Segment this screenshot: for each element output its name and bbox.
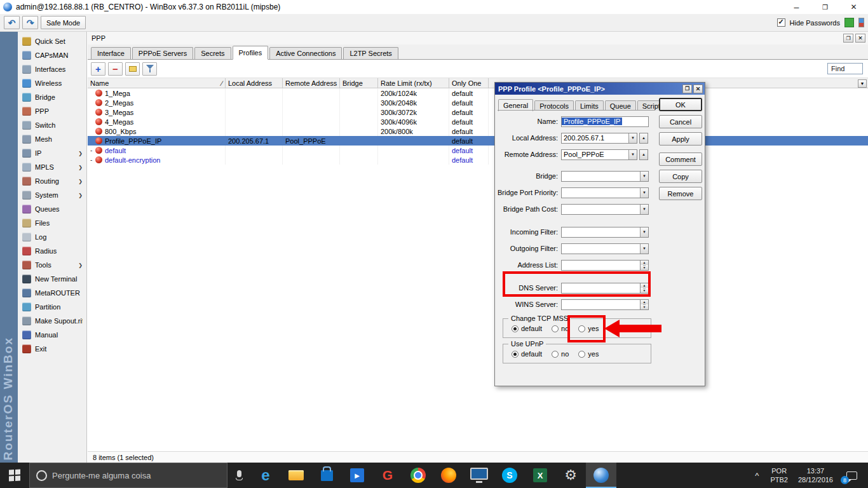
sidebar-item[interactable]: Log [18,230,86,244]
sidebar-item[interactable]: Routing ❯ [18,174,86,188]
column-header[interactable]: Remote Address [283,78,340,88]
sidebar-item[interactable]: Tools ❯ [18,258,86,272]
taskbar-app[interactable] [250,463,281,488]
taskbar-clock[interactable]: 13:37 28/12/2016 [793,466,838,484]
table-row[interactable]: Profile_PPPoE_IP 200.205.67.1 Pool_PPPoE… [88,136,868,146]
dialog-button[interactable]: Remove [659,187,702,200]
table-row[interactable]: 2_Megas 300k/2048k default [88,98,868,107]
sidebar-item[interactable]: Radius [18,244,86,258]
taskbar-app[interactable] [433,463,464,488]
safe-mode-button[interactable]: Safe Mode [41,16,86,29]
language-indicator[interactable]: POR PTB2 [765,466,793,484]
expand-up-icon[interactable] [639,149,648,160]
expand-up-icon[interactable] [639,133,648,144]
ppp-tab[interactable]: PPPoE Servers [132,47,193,59]
action-center-icon[interactable]: 8 [838,463,865,488]
field-input[interactable] [561,227,649,238]
filter-icon[interactable] [142,62,157,76]
radio-option[interactable]: default [512,350,542,358]
start-button[interactable] [0,463,29,488]
sidebar-item[interactable]: Partition [18,300,86,314]
taskbar-app[interactable] [586,463,616,488]
field-input[interactable] [561,260,641,271]
taskbar-app[interactable] [403,463,433,488]
table-row[interactable]: 800_Kbps 200k/800k default [88,126,868,136]
ppp-tab[interactable]: Interface [91,47,131,59]
add-remove-spinner[interactable] [641,299,649,310]
dialog-button[interactable]: Comment [659,152,702,166]
ppp-tab[interactable]: L2TP Secrets [343,47,398,59]
table-row[interactable]: 1_Mega 200k/1024k default [88,88,868,98]
taskbar-app[interactable] [555,463,586,488]
field-input[interactable] [561,187,649,198]
dropdown-arrow-icon[interactable] [640,227,648,237]
remove-profile-icon[interactable]: − [108,62,123,76]
sidebar-item[interactable]: PPP [18,104,86,118]
radio-option[interactable]: default [512,325,542,332]
minimize-icon[interactable] [782,0,811,14]
field-input[interactable]: Pool_PPPoE [561,149,637,160]
column-header[interactable]: Bridge [340,78,378,88]
sidebar-item[interactable]: Make Supout.rif [18,314,86,328]
sidebar-item[interactable]: Queues [18,202,86,216]
tray-chevron-icon[interactable]: ^ [749,471,765,480]
table-row[interactable]: 4_Megas 300k/4096k default [88,117,868,126]
ppp-tab[interactable]: Profiles [233,46,269,60]
dialog-button[interactable]: Apply [659,132,702,146]
microphone-icon[interactable] [227,463,250,488]
taskbar-app[interactable] [372,463,403,488]
taskbar-app[interactable] [494,463,525,488]
field-input[interactable]: Profile_PPPoE_IP [561,116,649,127]
dialog-button[interactable]: OK [659,98,702,111]
taskbar-app[interactable] [311,463,342,488]
restore-icon[interactable] [843,34,853,43]
sidebar-item[interactable]: Manual [18,328,86,342]
field-input[interactable] [561,171,649,182]
undo-icon[interactable] [4,16,20,29]
column-header[interactable]: Name ∕ [88,78,226,88]
sidebar-item[interactable]: MetaROUTER [18,286,86,300]
column-header[interactable]: Only One [449,78,489,88]
dropdown-arrow-icon[interactable] [640,172,648,181]
radio-option[interactable]: no [552,350,569,358]
comment-icon[interactable] [125,62,140,76]
sidebar-item[interactable]: Bridge [18,90,86,104]
sidebar-item[interactable]: IP ❯ [18,146,86,160]
dropdown-arrow-icon[interactable] [628,133,637,143]
add-profile-icon[interactable]: + [91,62,105,76]
sidebar-item[interactable]: Switch [18,118,86,132]
column-header[interactable]: Local Address [226,78,283,88]
taskbar-app[interactable] [525,463,555,488]
sidebar-item[interactable]: Quick Set [18,34,86,48]
dialog-button[interactable]: Copy [659,170,702,183]
taskbar-app[interactable] [342,463,372,488]
field-input[interactable]: 200.205.67.1 [561,133,637,144]
field-input[interactable] [561,299,641,310]
table-row[interactable]: - default-encryption default [88,155,868,165]
sidebar-item[interactable]: CAPsMAN [18,48,86,62]
field-input[interactable] [561,204,649,215]
taskbar-app[interactable] [464,463,494,488]
add-remove-spinner[interactable] [641,260,649,271]
redo-icon[interactable] [22,16,38,29]
dropdown-arrow-icon[interactable] [640,188,648,198]
maximize-icon[interactable] [811,0,839,14]
sidebar-item[interactable]: Interfaces [18,62,86,76]
sidebar-item[interactable]: Files [18,216,86,230]
sidebar-item[interactable]: System ❯ [18,188,86,202]
field-input[interactable] [561,243,649,254]
sidebar-item[interactable]: New Terminal [18,272,86,286]
sidebar-item[interactable]: Exit [18,342,86,356]
table-row[interactable]: 3_Megas 300k/3072k default [88,107,868,117]
cortana-search-box[interactable]: Pergunte-me alguma coisa [29,463,227,488]
dropdown-arrow-icon[interactable] [628,150,637,159]
dropdown-arrow-icon[interactable] [640,244,648,254]
hide-passwords-checkbox[interactable] [777,18,785,27]
dropdown-arrow-icon[interactable] [640,205,648,214]
sidebar-item[interactable]: Mesh [18,132,86,146]
radio-option[interactable]: no [552,325,569,332]
table-row[interactable]: - default default [88,146,868,155]
close-icon[interactable] [839,0,868,14]
close-window-icon[interactable] [855,34,865,43]
find-box[interactable]: Find [827,63,863,74]
